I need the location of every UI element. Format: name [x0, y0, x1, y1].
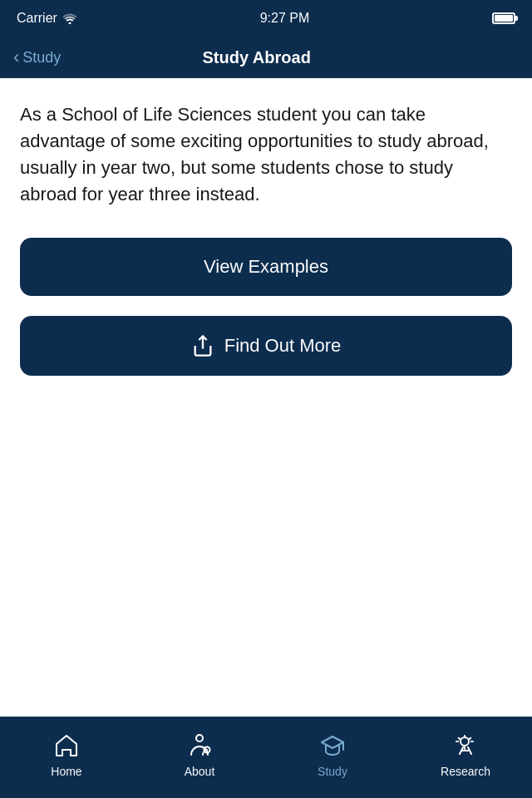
nav-bar: ‹ Study Study Abroad	[0, 37, 532, 78]
tab-study[interactable]: Study	[266, 717, 399, 798]
time-label: 9:27 PM	[260, 11, 310, 26]
study-icon	[318, 732, 347, 760]
back-chevron-icon: ‹	[13, 47, 19, 68]
status-bar: Carrier 9:27 PM	[0, 0, 532, 37]
svg-point-2	[196, 735, 203, 741]
tab-bar: Home About Study	[0, 717, 532, 798]
find-out-more-button[interactable]: Find Out More	[20, 316, 512, 376]
tab-research[interactable]: Research	[399, 717, 532, 798]
tab-about[interactable]: About	[133, 717, 266, 798]
main-content: As a School of Life Sciences student you…	[0, 78, 532, 416]
tab-research-label: Research	[441, 765, 490, 778]
battery-icon	[492, 12, 515, 24]
svg-point-5	[461, 737, 469, 746]
nav-title-area: Study Abroad	[61, 48, 452, 67]
research-icon	[451, 732, 480, 760]
back-label: Study	[22, 49, 61, 66]
about-icon	[185, 732, 214, 760]
share-icon	[191, 334, 214, 357]
find-out-more-label: Find Out More	[224, 335, 342, 357]
tab-home-label: Home	[51, 765, 81, 778]
view-examples-button[interactable]: View Examples	[20, 238, 512, 296]
back-button[interactable]: ‹ Study	[13, 47, 61, 68]
home-icon	[52, 732, 81, 760]
description-text: As a School of Life Sciences student you…	[20, 101, 512, 208]
carrier-text: Carrier	[17, 11, 57, 26]
tab-home[interactable]: Home	[0, 717, 133, 798]
page-title: Study Abroad	[202, 48, 310, 66]
tab-study-label: Study	[318, 765, 347, 778]
wifi-icon	[62, 12, 77, 24]
tab-about-label: About	[185, 765, 215, 778]
svg-point-0	[68, 22, 71, 25]
carrier-label: Carrier	[17, 11, 77, 26]
